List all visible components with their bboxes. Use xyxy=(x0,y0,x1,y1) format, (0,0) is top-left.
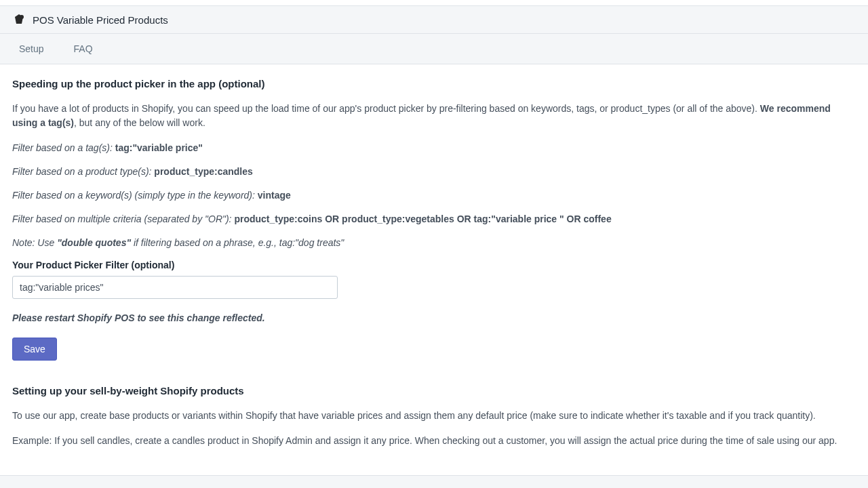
filter-keyword-example: vintage xyxy=(258,190,291,201)
note-line: Note: Use "double quotes" if filtering b… xyxy=(12,236,856,250)
filter-type-label: Filter based on a product type(s): xyxy=(12,166,154,177)
note-bold: "double quotes" xyxy=(57,237,131,248)
app-logo-icon xyxy=(12,13,26,26)
app-header: POS Variable Priced Products xyxy=(0,6,868,34)
filter-tag-label: Filter based on a tag(s): xyxy=(12,142,115,153)
filter-input[interactable] xyxy=(12,276,338,299)
top-border xyxy=(0,0,868,6)
save-button[interactable]: Save xyxy=(12,338,57,361)
svg-point-0 xyxy=(20,15,24,19)
restart-note: Please restart Shopify POS to see this c… xyxy=(12,311,856,325)
filter-tag-line: Filter based on a tag(s): tag:"variable … xyxy=(12,141,856,155)
filter-keyword-line: Filter based on a keyword(s) (simply typ… xyxy=(12,188,856,203)
tab-bar: Setup FAQ xyxy=(0,34,868,64)
intro-paragraph: If you have a lot of products in Shopify… xyxy=(12,102,856,130)
intro-before: If you have a lot of products in Shopify… xyxy=(12,103,760,114)
app-title: POS Variable Priced Products xyxy=(33,14,168,26)
filter-tag-example: tag:"variable price" xyxy=(115,142,203,153)
filter-type-line: Filter based on a product type(s): produ… xyxy=(12,165,856,179)
note-before: Note: Use xyxy=(12,237,57,248)
section1-heading: Speeding up the product picker in the ap… xyxy=(12,78,856,89)
intro-after: , but any of the below will work. xyxy=(74,117,205,128)
filter-multi-line: Filter based on multiple criteria (separ… xyxy=(12,212,856,226)
tab-setup[interactable]: Setup xyxy=(12,34,51,64)
section2: Setting up your sell-by-weight Shopify p… xyxy=(12,385,856,448)
filter-type-example: product_type:candles xyxy=(154,166,252,177)
section2-p2: Example: If you sell candles, create a c… xyxy=(12,434,856,448)
filter-multi-example: product_type:coins OR product_type:veget… xyxy=(234,214,611,224)
tab-faq[interactable]: FAQ xyxy=(67,34,100,64)
section2-p1: To use our app, create base products or … xyxy=(12,409,856,423)
filter-keyword-label: Filter based on a keyword(s) (simply typ… xyxy=(12,190,258,201)
section2-heading: Setting up your sell-by-weight Shopify p… xyxy=(12,385,856,396)
filter-multi-label: Filter based on multiple criteria (separ… xyxy=(12,214,234,224)
main-content: Speeding up the product picker in the ap… xyxy=(0,64,868,476)
filter-input-label: Your Product Picker Filter (optional) xyxy=(12,260,856,270)
note-after: if filtering based on a phrase, e.g., ta… xyxy=(131,237,344,248)
